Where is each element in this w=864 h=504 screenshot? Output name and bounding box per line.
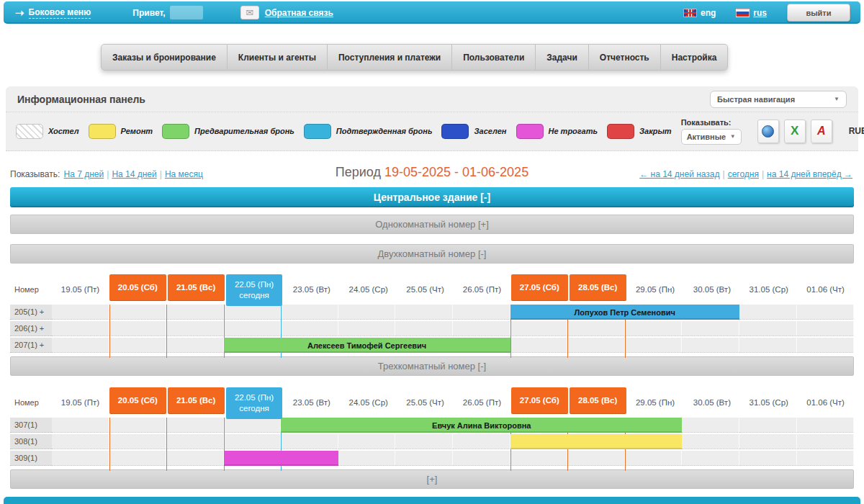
day-cell[interactable] <box>52 451 109 466</box>
day-cell[interactable] <box>797 418 855 433</box>
day-cell[interactable] <box>682 338 739 353</box>
tab-clients-agents[interactable]: Клиенты и агенты <box>228 44 328 71</box>
day-cell[interactable] <box>224 321 282 336</box>
section-more[interactable]: [+] <box>10 469 854 489</box>
booking-bar-repair[interactable] <box>510 434 683 449</box>
room-label[interactable]: 307(1) <box>10 418 52 433</box>
quick-nav-select[interactable]: Быстрая навигация ▼ <box>710 91 847 108</box>
booking-bar-do-not-touch[interactable] <box>224 451 338 466</box>
day-cell[interactable] <box>281 321 338 336</box>
day-cell[interactable] <box>682 321 739 336</box>
day-cell[interactable] <box>453 305 510 320</box>
section-two-room[interactable]: Двухкомнатный номер [-] <box>10 244 854 264</box>
day-cell[interactable] <box>166 305 224 320</box>
day-cell[interactable] <box>739 305 797 320</box>
tab-settings[interactable]: Настройка <box>661 44 729 71</box>
back-14-days-link[interactable]: ← на 14 дней назад <box>639 169 719 179</box>
range-link-0[interactable]: На 7 дней <box>64 169 104 179</box>
day-cell[interactable] <box>338 321 396 336</box>
day-cell[interactable] <box>52 321 109 336</box>
day-cell[interactable] <box>453 434 510 449</box>
day-cell[interactable] <box>682 451 739 466</box>
day-cell[interactable] <box>567 338 625 353</box>
day-cell[interactable] <box>510 338 568 353</box>
room-label[interactable]: 206(1) + <box>10 321 52 336</box>
day-cell[interactable] <box>739 451 797 466</box>
room-label[interactable]: 205(1) + <box>10 305 52 320</box>
lang-eng[interactable]: eng <box>683 8 716 18</box>
day-cell[interactable] <box>625 338 683 353</box>
day-cell[interactable] <box>166 321 224 336</box>
day-cell[interactable] <box>281 434 338 449</box>
day-cell[interactable] <box>567 321 625 336</box>
side-menu-link[interactable]: Боковое меню <box>29 7 91 19</box>
day-cell[interactable] <box>797 338 855 353</box>
html-export-icon[interactable] <box>757 120 779 143</box>
day-cell[interactable] <box>682 434 739 449</box>
section-three-room[interactable]: Трехкомнатный номер [-] <box>10 356 854 376</box>
day-cell[interactable] <box>52 418 109 433</box>
room-label[interactable]: 308(1) <box>10 434 52 449</box>
day-cell[interactable] <box>109 434 167 449</box>
day-cell[interactable] <box>567 451 625 466</box>
day-cell[interactable] <box>109 451 167 466</box>
day-cell[interactable] <box>52 434 109 449</box>
tab-tasks[interactable]: Задачи <box>536 44 589 71</box>
day-cell[interactable] <box>395 305 453 320</box>
day-cell[interactable] <box>625 451 683 466</box>
day-cell[interactable] <box>395 451 453 466</box>
day-cell[interactable] <box>739 418 797 433</box>
room-label[interactable]: 207(1) + <box>10 338 52 353</box>
day-cell[interactable] <box>166 434 224 449</box>
day-cell[interactable] <box>797 451 855 466</box>
day-cell[interactable] <box>682 418 739 433</box>
day-cell[interactable] <box>166 418 224 433</box>
tab-reports[interactable]: Отчетность <box>589 44 661 71</box>
day-cell[interactable] <box>109 338 167 353</box>
day-cell[interactable] <box>797 321 855 336</box>
day-cell[interactable] <box>395 321 453 336</box>
today-link[interactable]: сегодня <box>728 169 759 179</box>
range-link-1[interactable]: На 14 дней <box>112 169 156 179</box>
envelope-icon[interactable]: ✉ <box>240 6 259 19</box>
lang-rus[interactable]: rus <box>736 8 767 18</box>
day-cell[interactable] <box>510 451 568 466</box>
day-cell[interactable] <box>166 338 224 353</box>
day-cell[interactable] <box>224 305 282 320</box>
day-cell[interactable] <box>739 434 797 449</box>
feedback-link[interactable]: Обратная связь <box>265 8 333 18</box>
excel-export-icon[interactable]: X <box>784 120 806 143</box>
day-cell[interactable] <box>625 321 683 336</box>
day-cell[interactable] <box>281 305 338 320</box>
range-link-2[interactable]: На месяц <box>165 169 203 179</box>
day-cell[interactable] <box>510 321 568 336</box>
tab-orders-booking[interactable]: Заказы и бронирование <box>101 44 228 71</box>
booking-bar-confirmed[interactable]: Лопухов Петр Семенович <box>510 305 739 320</box>
day-cell[interactable] <box>739 338 797 353</box>
day-cell[interactable] <box>52 338 109 353</box>
pdf-export-icon[interactable]: A <box>811 120 832 143</box>
section-one-room[interactable]: Однокомнатный номер [+] <box>10 215 854 234</box>
day-cell[interactable] <box>109 305 167 320</box>
day-cell[interactable] <box>224 418 282 433</box>
day-cell[interactable] <box>224 434 282 449</box>
day-cell[interactable] <box>338 305 396 320</box>
forward-14-days-link[interactable]: на 14 дней вперёд → <box>767 169 852 179</box>
day-cell[interactable] <box>739 321 797 336</box>
day-cell[interactable] <box>52 305 109 320</box>
day-cell[interactable] <box>166 451 224 466</box>
tab-users[interactable]: Пользователи <box>452 44 536 71</box>
day-cell[interactable] <box>338 434 396 449</box>
day-cell[interactable] <box>797 434 855 449</box>
active-filter-select[interactable]: Активные ▼ <box>681 129 742 145</box>
day-cell[interactable] <box>109 418 167 433</box>
room-label[interactable]: 309(1) <box>10 451 52 466</box>
day-cell[interactable] <box>338 451 396 466</box>
day-cell[interactable] <box>109 321 167 336</box>
day-cell[interactable] <box>453 321 510 336</box>
booking-bar-preliminary[interactable]: Алексеев Тимофей Сергеевич <box>224 338 510 353</box>
tab-receipts-payments[interactable]: Поступления и платежи <box>328 44 452 71</box>
day-cell[interactable] <box>395 434 453 449</box>
logout-button[interactable]: выйти <box>787 4 850 22</box>
booking-bar-preliminary[interactable]: Евчук Алина Викторовна <box>281 418 682 433</box>
